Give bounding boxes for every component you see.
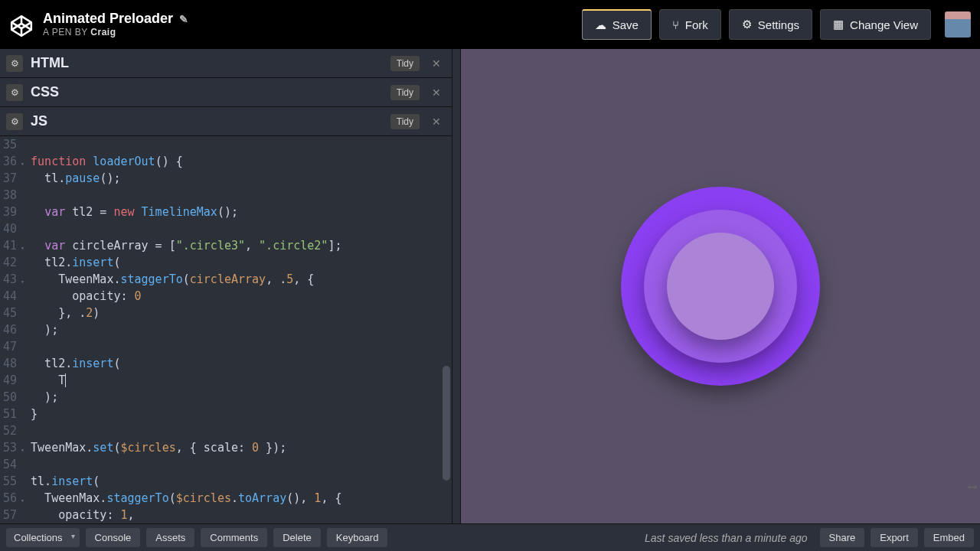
code-content[interactable]: function loaderOut() { tl.pause(); var t…: [21, 136, 341, 523]
collections-dropdown[interactable]: Collections: [6, 528, 80, 547]
fork-icon: ⑂: [672, 18, 679, 31]
save-button[interactable]: ☁ Save: [582, 9, 652, 40]
line-number-gutter: 3536▾3738394041▾4243▾4445464748495051525…: [0, 136, 21, 523]
close-icon[interactable]: ✕: [427, 86, 446, 99]
console-button[interactable]: Console: [86, 528, 141, 547]
panel-title: CSS: [31, 84, 383, 100]
footer-bar: Collections Console Assets Comments Dele…: [0, 523, 980, 551]
tidy-button[interactable]: Tidy: [390, 56, 420, 71]
main-split: ⚙ HTML Tidy ✕ ⚙ CSS Tidy ✕ ⚙ JS Tidy ✕ 3…: [0, 49, 980, 523]
editors-column: ⚙ HTML Tidy ✕ ⚙ CSS Tidy ✕ ⚙ JS Tidy ✕ 3…: [0, 49, 452, 523]
resize-handle-icon[interactable]: ⤡: [963, 478, 980, 496]
panel-title: JS: [31, 113, 383, 129]
js-panel-header[interactable]: ⚙ JS Tidy ✕: [0, 107, 452, 136]
gear-icon[interactable]: ⚙: [6, 84, 23, 101]
css-panel-header[interactable]: ⚙ CSS Tidy ✕: [0, 78, 452, 107]
layout-icon: ▦: [833, 18, 844, 31]
share-button[interactable]: Share: [820, 528, 865, 547]
pencil-icon[interactable]: ✎: [179, 13, 188, 25]
last-saved-text: Last saved less than a minute ago: [645, 532, 807, 544]
fork-button[interactable]: ⑂ Fork: [659, 9, 721, 40]
preview-pane[interactable]: ⤡: [461, 49, 980, 523]
vertical-scrollbar[interactable]: [443, 366, 450, 481]
assets-button[interactable]: Assets: [146, 528, 194, 547]
tidy-button[interactable]: Tidy: [390, 85, 420, 100]
settings-button[interactable]: ⚙ Settings: [729, 9, 812, 40]
gear-icon[interactable]: ⚙: [6, 55, 23, 72]
export-button[interactable]: Export: [871, 528, 918, 547]
js-editor[interactable]: 3536▾3738394041▾4243▾4445464748495051525…: [0, 136, 452, 523]
gear-icon: ⚙: [742, 18, 752, 31]
comments-button[interactable]: Comments: [201, 528, 267, 547]
delete-button[interactable]: Delete: [273, 528, 321, 547]
keyboard-button[interactable]: Keyboard: [327, 528, 388, 547]
logo-title-area: Animated Preloader ✎ A PEN BY Craig: [9, 11, 582, 38]
pen-byline: A PEN BY Craig: [43, 27, 188, 37]
pane-resize-handle[interactable]: [452, 49, 461, 523]
header-actions: ☁ Save ⑂ Fork ⚙ Settings ▦ Change View: [582, 9, 971, 40]
pen-title[interactable]: Animated Preloader ✎: [43, 11, 188, 27]
gear-icon[interactable]: ⚙: [6, 113, 23, 130]
tidy-button[interactable]: Tidy: [390, 114, 420, 129]
embed-button[interactable]: Embed: [924, 528, 974, 547]
author-link[interactable]: Craig: [90, 27, 116, 37]
html-panel-header[interactable]: ⚙ HTML Tidy ✕: [0, 49, 452, 78]
preview-circle-3: [667, 233, 774, 340]
close-icon[interactable]: ✕: [427, 57, 446, 70]
user-avatar[interactable]: [945, 11, 971, 37]
codepen-logo-icon[interactable]: [9, 14, 34, 38]
change-view-button[interactable]: ▦ Change View: [820, 9, 931, 40]
close-icon[interactable]: ✕: [427, 116, 446, 128]
panel-title: HTML: [31, 55, 383, 71]
cloud-icon: ☁: [595, 18, 606, 32]
pen-title-text: Animated Preloader: [43, 11, 173, 27]
app-header: Animated Preloader ✎ A PEN BY Craig ☁ Sa…: [0, 0, 980, 49]
